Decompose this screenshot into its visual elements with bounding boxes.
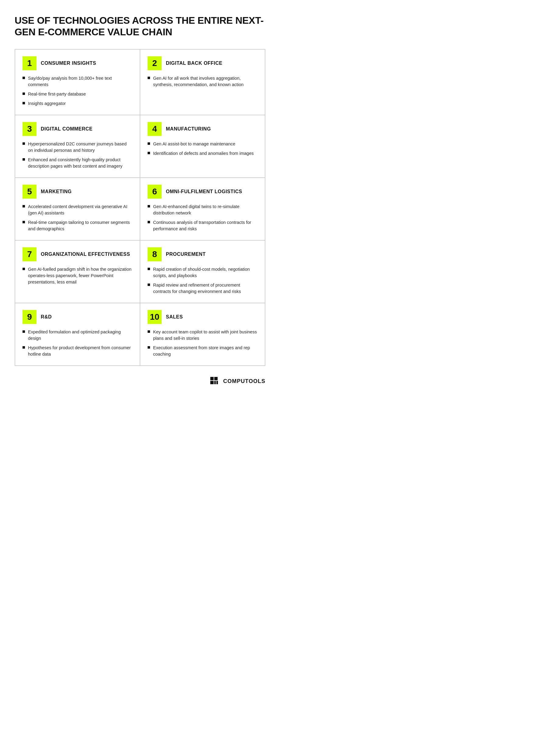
cell-4-bullets: Gen AI assist-bot to manage maintenanceI… [148, 141, 258, 157]
svg-rect-0 [210, 377, 214, 380]
cell-7-number: 7 [22, 247, 36, 261]
cell-1-bullets: Say/do/pay analysis from 10,000+ free te… [22, 75, 132, 107]
footer: COMPUTOOLS [15, 376, 265, 387]
cell-5-header: 5MARKETING [22, 184, 132, 199]
cell-1-bullet-0: Say/do/pay analysis from 10,000+ free te… [22, 75, 132, 88]
cell-8-bullet-1: Rapid review and refinement of procureme… [148, 282, 258, 295]
cell-10-bullet-1: Execution assessment from store images a… [148, 345, 258, 357]
bullet-text: Continuous analysis of transportation co… [153, 219, 258, 232]
cell-5-number: 5 [22, 184, 36, 199]
cell-3-number: 3 [22, 122, 36, 136]
bullet-text: Hyperpersonalized D2C consumer journeys … [28, 141, 132, 153]
cell-10-bullet-0: Key account team copilot to assist with … [148, 329, 258, 342]
cell-1-bullet-1: Real-time first-party database [22, 91, 132, 97]
cell-4-title: MANUFACTURING [166, 126, 211, 132]
bullet-icon [148, 330, 150, 333]
bullet-icon [148, 346, 150, 349]
cell-8: 8PROCUREMENTRapid creation of should-cos… [140, 240, 265, 303]
cell-7: 7ORGANIZATIONAL EFFECTIVENESSGen AI-fuel… [15, 240, 140, 303]
cell-7-bullets: Gen AI-fuelled paradigm shift in how the… [22, 266, 132, 285]
bullet-text: Gen AI-fuelled paradigm shift in how the… [28, 266, 132, 285]
cell-2-title: DIGITAL BACK OFFICE [166, 60, 223, 66]
bullet-text: Real-time campaign tailoring to consumer… [28, 219, 132, 232]
cell-3-header: 3DIGITAL COMMERCE [22, 122, 132, 136]
cell-6-number: 6 [148, 184, 162, 199]
bullet-text: Say/do/pay analysis from 10,000+ free te… [28, 75, 132, 88]
bullet-text: Real-time first-party database [28, 91, 86, 97]
bullet-icon [22, 158, 25, 160]
cell-5-bullet-1: Real-time campaign tailoring to consumer… [22, 219, 132, 232]
cell-1-header: 1CONSUMER INSIGHTS [22, 56, 132, 70]
bullet-icon [22, 77, 25, 79]
computools-logo-icon [209, 376, 220, 387]
cell-4-number: 4 [148, 122, 162, 136]
bullet-text: Hypotheses for product development from … [28, 345, 132, 357]
bullet-text: Enhanced and consistently high-quality p… [28, 157, 132, 169]
bullet-icon [148, 142, 150, 145]
cell-5-title: MARKETING [41, 189, 71, 195]
cell-1-number: 1 [22, 56, 36, 70]
cell-5-bullets: Accelerated content development via gene… [22, 204, 132, 232]
svg-rect-2 [214, 377, 218, 380]
cell-8-bullet-0: Rapid creation of should-cost models, ne… [148, 266, 258, 279]
cell-5: 5MARKETINGAccelerated content developmen… [15, 177, 140, 240]
cell-9-title: R&D [41, 314, 52, 320]
bullet-icon [22, 205, 25, 208]
cell-1-bullet-2: Insights aggregator [22, 100, 132, 107]
cell-2-number: 2 [148, 56, 162, 70]
bullet-text: Rapid creation of should-cost models, ne… [153, 266, 258, 279]
bullet-icon [22, 142, 25, 145]
bullet-icon [22, 102, 25, 104]
bullet-text: Identification of defects and anomalies … [153, 150, 254, 157]
cell-9-bullet-1: Hypotheses for product development from … [22, 345, 132, 357]
cell-8-title: PROCUREMENT [166, 252, 206, 257]
cell-10-number: 10 [148, 310, 162, 324]
cell-9-bullet-0: Expedited formulation and optimized pack… [22, 329, 132, 342]
cell-4-bullet-1: Identification of defects and anomalies … [148, 150, 258, 157]
cell-1-title: CONSUMER INSIGHTS [41, 60, 96, 66]
cell-6-bullet-1: Continuous analysis of transportation co… [148, 219, 258, 232]
svg-rect-3 [214, 381, 216, 384]
bullet-text: Rapid review and refinement of procureme… [153, 282, 258, 295]
page-title: USE OF TECHNOLOGIES ACROSS THE ENTIRE NE… [15, 15, 265, 38]
bullet-icon [148, 77, 150, 79]
cell-7-bullet-0: Gen AI-fuelled paradigm shift in how the… [22, 266, 132, 285]
cell-6-header: 6OMNI-FULFILMENT LOGISTICS [148, 184, 258, 199]
bullet-text: Insights aggregator [28, 100, 66, 107]
cell-8-bullets: Rapid creation of should-cost models, ne… [148, 266, 258, 295]
cell-2: 2DIGITAL BACK OFFICEGen AI for all work … [140, 49, 265, 115]
bullet-text: Accelerated content development via gene… [28, 204, 132, 216]
cell-3-bullets: Hyperpersonalized D2C consumer journeys … [22, 141, 132, 169]
cell-10-title: SALES [166, 314, 183, 320]
cell-7-header: 7ORGANIZATIONAL EFFECTIVENESS [22, 247, 132, 261]
cell-6-title: OMNI-FULFILMENT LOGISTICS [166, 189, 242, 195]
cell-4: 4MANUFACTURINGGen AI assist-bot to manag… [140, 115, 265, 177]
bullet-icon [148, 205, 150, 208]
content-grid: 1CONSUMER INSIGHTSSay/do/pay analysis fr… [15, 49, 265, 366]
cell-9: 9R&DExpedited formulation and optimized … [15, 303, 140, 366]
cell-3-bullet-0: Hyperpersonalized D2C consumer journeys … [22, 141, 132, 153]
cell-6-bullets: Gen AI-enhanced digital twins to re-simu… [148, 204, 258, 232]
cell-2-header: 2DIGITAL BACK OFFICE [148, 56, 258, 70]
cell-3-title: DIGITAL COMMERCE [41, 126, 92, 132]
bullet-icon [22, 346, 25, 349]
cell-5-bullet-0: Accelerated content development via gene… [22, 204, 132, 216]
cell-7-title: ORGANIZATIONAL EFFECTIVENESS [41, 252, 130, 257]
cell-2-bullet-0: Gen AI for all work that involves aggreg… [148, 75, 258, 88]
cell-3: 3DIGITAL COMMERCEHyperpersonalized D2C c… [15, 115, 140, 177]
cell-6: 6OMNI-FULFILMENT LOGISTICSGen AI-enhance… [140, 177, 265, 240]
bullet-text: Gen AI-enhanced digital twins to re-simu… [153, 204, 258, 216]
cell-4-header: 4MANUFACTURING [148, 122, 258, 136]
bullet-icon [148, 221, 150, 223]
svg-rect-1 [210, 381, 214, 384]
cell-8-number: 8 [148, 247, 162, 261]
bullet-text: Gen AI for all work that involves aggreg… [153, 75, 258, 88]
computools-logo-text: COMPUTOOLS [223, 378, 265, 385]
cell-6-bullet-0: Gen AI-enhanced digital twins to re-simu… [148, 204, 258, 216]
svg-rect-4 [216, 381, 218, 384]
bullet-icon [148, 284, 150, 286]
cell-10-bullets: Key account team copilot to assist with … [148, 329, 258, 357]
bullet-text: Expedited formulation and optimized pack… [28, 329, 132, 342]
cell-1: 1CONSUMER INSIGHTSSay/do/pay analysis fr… [15, 49, 140, 115]
bullet-text: Key account team copilot to assist with … [153, 329, 258, 342]
